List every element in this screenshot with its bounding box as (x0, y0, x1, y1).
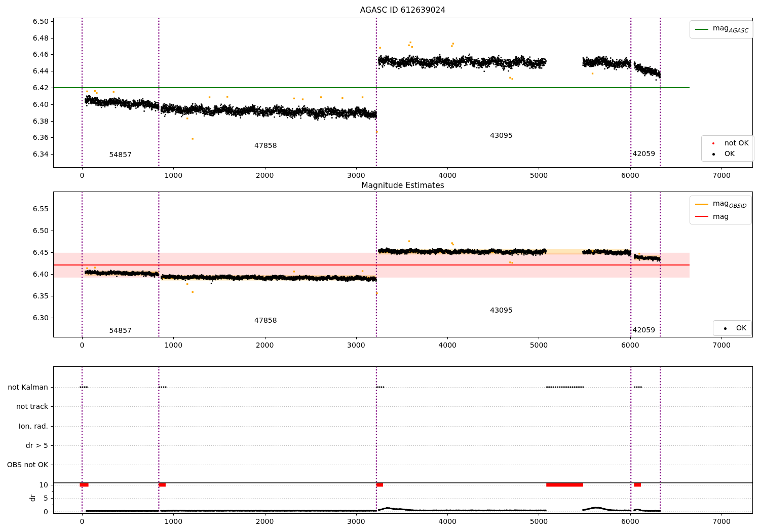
green-line-marker (695, 29, 708, 30)
flag-row-label: not track (16, 402, 48, 410)
x-tick-label: 4000 (438, 341, 457, 349)
legend-mag-obsid: magOBSID mag (690, 196, 752, 224)
obsid-annotation: 47858 (254, 141, 277, 149)
x-tick-label: 0 (80, 517, 85, 525)
legend-item-ok: OK (707, 148, 749, 159)
dr-axis-label: dr (28, 495, 36, 502)
legend-item-not-ok: not OK (707, 138, 749, 148)
x-tick-label: 2000 (256, 341, 274, 349)
black-dot-marker (707, 148, 720, 159)
y-tick-label: 6.46 (33, 50, 49, 58)
figure: AGASC ID 612639024 Magnitude Estimates m… (0, 0, 760, 532)
legend-mag-agasc-label: magAGASC (713, 23, 748, 36)
plot1-title: AGASC ID 612639024 (53, 6, 752, 15)
legend-mag-obsid-label: magOBSID (713, 198, 746, 211)
obsid-annotation: 54857 (109, 150, 132, 159)
y-tick-label: 6.40 (33, 100, 49, 108)
obsid-annotation: 43095 (490, 306, 513, 314)
legend-item-mag-agasc: magAGASC (695, 23, 748, 36)
x-tick-label: 3000 (347, 517, 365, 525)
y-tick-label: 6.36 (33, 133, 49, 141)
x-tick-label: 1000 (164, 341, 182, 349)
x-tick-label: 2000 (256, 517, 274, 525)
plots-canvas (0, 0, 760, 532)
y-tick-label: 6.50 (33, 17, 49, 25)
y-tick-label: 6.38 (33, 117, 49, 125)
legend-status: not OK OK (701, 135, 754, 162)
y-tick-label: 6.50 (33, 226, 49, 235)
plot2-title: Magnitude Estimates (53, 181, 752, 190)
legend-item-mag-obsid: magOBSID (695, 198, 746, 211)
x-tick-label: 3000 (347, 171, 365, 179)
y-tick-label: 6.55 (33, 205, 49, 213)
red-dot-marker (707, 138, 720, 148)
dr-tick-label: 10 (39, 481, 48, 489)
legend-ok-2: OK (713, 320, 752, 336)
y-tick-label: 6.48 (33, 34, 49, 42)
flag-row-label: not Kalman (8, 383, 48, 391)
obsid-annotation: 42059 (633, 326, 656, 334)
x-tick-label: 4000 (438, 171, 457, 179)
legend-item-mag: mag (695, 211, 746, 222)
dr-tick-label: 5 (44, 494, 48, 502)
x-tick-label: 7000 (712, 341, 731, 349)
legend-item-ok-2: OK (718, 323, 746, 333)
x-tick-label: 1000 (164, 517, 182, 525)
legend-ok-2-label: OK (736, 323, 746, 333)
x-tick-label: 5000 (530, 517, 548, 525)
y-tick-label: 6.35 (33, 292, 49, 300)
obsid-annotation: 47858 (254, 316, 277, 324)
dr-tick-label: 0 (44, 508, 48, 516)
y-tick-label: 6.34 (33, 150, 49, 158)
legend-mag-agasc: magAGASC (690, 20, 753, 39)
x-tick-label: 2000 (256, 171, 274, 179)
x-tick-label: 5000 (530, 341, 548, 349)
obsid-annotation: 43095 (490, 131, 513, 139)
x-tick-label: 0 (80, 171, 85, 179)
flag-row-label: OBS not OK (7, 461, 48, 469)
y-tick-label: 6.42 (33, 84, 49, 92)
x-tick-label: 7000 (712, 171, 731, 179)
x-tick-label: 6000 (621, 171, 639, 179)
orange-line-marker (695, 204, 708, 205)
y-tick-label: 6.30 (33, 314, 49, 322)
x-tick-label: 4000 (438, 517, 457, 525)
y-tick-label: 6.45 (33, 248, 49, 256)
y-tick-label: 6.40 (33, 270, 49, 278)
flag-row-label: dr > 5 (26, 441, 48, 449)
legend-ok-label: OK (725, 148, 735, 159)
black-dot-marker (718, 323, 732, 333)
x-tick-label: 6000 (621, 341, 639, 349)
x-tick-label: 3000 (347, 341, 365, 349)
legend-not-ok-label: not OK (725, 138, 749, 148)
obsid-annotation: 42059 (633, 149, 656, 158)
x-tick-label: 5000 (530, 171, 548, 179)
red-line-marker (695, 216, 708, 217)
legend-mag-label: mag (713, 211, 729, 222)
flag-row-label: Ion. rad. (19, 422, 48, 430)
obsid-annotation: 54857 (109, 326, 132, 334)
x-tick-label: 0 (80, 341, 85, 349)
x-tick-label: 6000 (621, 517, 639, 525)
y-tick-label: 6.44 (33, 67, 49, 75)
x-tick-label: 7000 (712, 517, 731, 525)
x-tick-label: 1000 (164, 171, 182, 179)
